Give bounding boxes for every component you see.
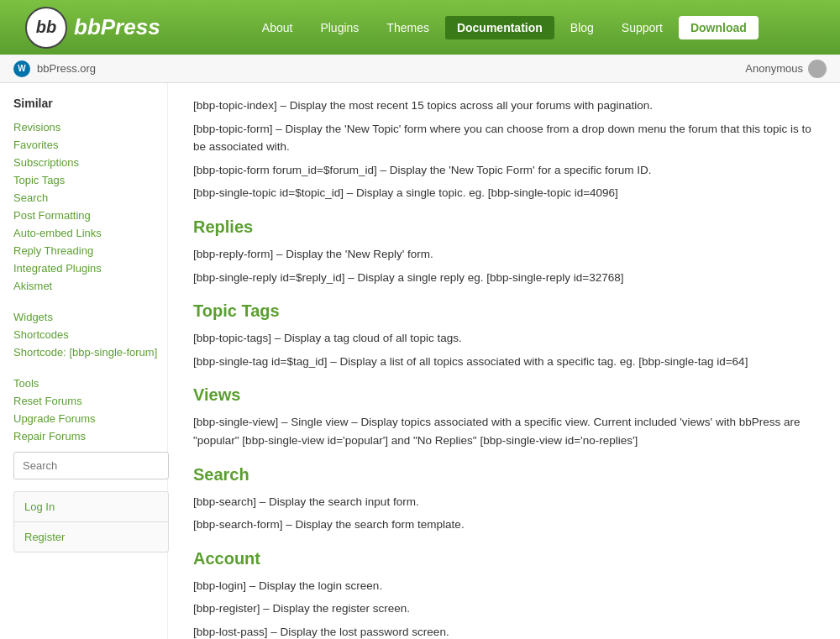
sidebar-link-post-formatting[interactable]: Post Formatting	[13, 207, 167, 224]
header: bb bbPress About Plugins Themes Document…	[0, 0, 840, 55]
sidebar-link-shortcode-single-forum[interactable]: Shortcode: [bbp-single-forum]	[13, 343, 167, 361]
topic-tags-line-1: [bbp-single-tag id=$tag_id] – Display a …	[193, 353, 815, 371]
sidebar-link-widgets[interactable]: Widgets	[13, 308, 167, 326]
main-layout: Similar Revisions Favorites Subscription…	[0, 83, 840, 639]
search-input[interactable]	[13, 452, 169, 479]
nav-blog[interactable]: Blog	[559, 16, 606, 39]
wp-bar-left: W bbPress.org	[13, 60, 96, 77]
sidebar-link-favorites[interactable]: Favorites	[13, 136, 167, 154]
main-content: [bbp-topic-index] – Display the most rec…	[168, 83, 840, 639]
sidebar-link-reply-threading[interactable]: Reply Threading	[13, 242, 167, 259]
sidebar-link-subscriptions[interactable]: Subscriptions	[13, 154, 167, 171]
nav-download[interactable]: Download	[679, 16, 759, 39]
content-line-2: [bbp-topic-form forum_id=$forum_id] – Di…	[193, 161, 815, 180]
nav-themes[interactable]: Themes	[375, 16, 441, 39]
account-line-0: [bbp-login] – Display the login screen.	[193, 577, 815, 595]
replies-line-1: [bbp-single-reply id=$reply_id] – Displa…	[193, 269, 815, 287]
sidebar-link-repair-forums[interactable]: Repair Forums	[13, 427, 167, 445]
sidebar-link-tools[interactable]: Tools	[13, 374, 167, 392]
account-line-1: [bbp-register] – Display the register sc…	[193, 600, 815, 618]
user-menu: Anonymous	[745, 60, 827, 78]
sidebar-link-reset-forums[interactable]: Reset Forums	[13, 392, 167, 410]
nav-support[interactable]: Support	[610, 16, 675, 39]
wp-admin-bar: W bbPress.org Anonymous	[0, 55, 840, 83]
section-heading-topic-tags: Topic Tags	[193, 301, 815, 321]
replies-line-0: [bbp-reply-form] – Display the 'New Repl…	[193, 245, 815, 264]
login-box: Log In Register	[13, 491, 169, 553]
search-line-0: [bbp-search] – Display the search input …	[193, 493, 815, 511]
sidebar-link-topic-tags[interactable]: Topic Tags	[13, 171, 167, 189]
sidebar-link-upgrade-forums[interactable]: Upgrade Forums	[13, 410, 167, 427]
sidebar-link-akismet[interactable]: Akismet	[13, 277, 167, 295]
sidebar-link-revisions[interactable]: Revisions	[13, 118, 167, 136]
account-line-2: [bbp-lost-pass] – Display the lost passw…	[193, 623, 815, 639]
views-line-0: [bbp-single-view] – Single view – Displa…	[193, 413, 815, 449]
topic-tags-line-0: [bbp-topic-tags] – Display a tag cloud o…	[193, 329, 815, 348]
sidebar-link-shortcodes[interactable]: Shortcodes	[13, 326, 167, 343]
search-line-1: [bbp-search-form] – Display the search f…	[193, 516, 815, 534]
sidebar-section-title: Similar	[13, 97, 167, 110]
sidebar: Similar Revisions Favorites Subscription…	[0, 83, 168, 639]
wordpress-icon: W	[13, 60, 30, 77]
sidebar-divider-2	[13, 361, 167, 374]
logo-brand-text: bbPress	[74, 14, 160, 40]
content-line-0: [bbp-topic-index] – Display the most rec…	[193, 97, 815, 115]
register-link[interactable]: Register	[14, 522, 168, 552]
main-nav: About Plugins Themes Documentation Blog …	[194, 16, 815, 39]
nav-plugins[interactable]: Plugins	[308, 16, 370, 39]
logo-bb-text: bb	[36, 18, 56, 37]
login-link[interactable]: Log In	[14, 492, 168, 522]
content-line-1: [bbp-topic-form] – Display the 'New Topi…	[193, 120, 815, 156]
content-line-3: [bbp-single-topic id=$topic_id] – Displa…	[193, 184, 815, 202]
nav-documentation[interactable]: Documentation	[445, 16, 554, 39]
sidebar-link-auto-embed[interactable]: Auto-embed Links	[13, 224, 167, 242]
sidebar-link-integrated-plugins[interactable]: Integrated Plugins	[13, 259, 167, 277]
nav-about[interactable]: About	[250, 16, 305, 39]
sidebar-divider-1	[13, 295, 167, 308]
user-name: Anonymous	[745, 62, 803, 75]
section-heading-account: Account	[193, 549, 815, 568]
section-heading-views: Views	[193, 385, 815, 405]
logo: bb bbPress	[25, 7, 160, 49]
site-name: bbPress.org	[37, 62, 96, 75]
logo-icon: bb	[25, 7, 67, 49]
sidebar-link-search[interactable]: Search	[13, 189, 167, 207]
section-heading-replies: Replies	[193, 217, 815, 237]
user-avatar	[808, 60, 827, 78]
section-heading-search: Search	[193, 465, 815, 484]
